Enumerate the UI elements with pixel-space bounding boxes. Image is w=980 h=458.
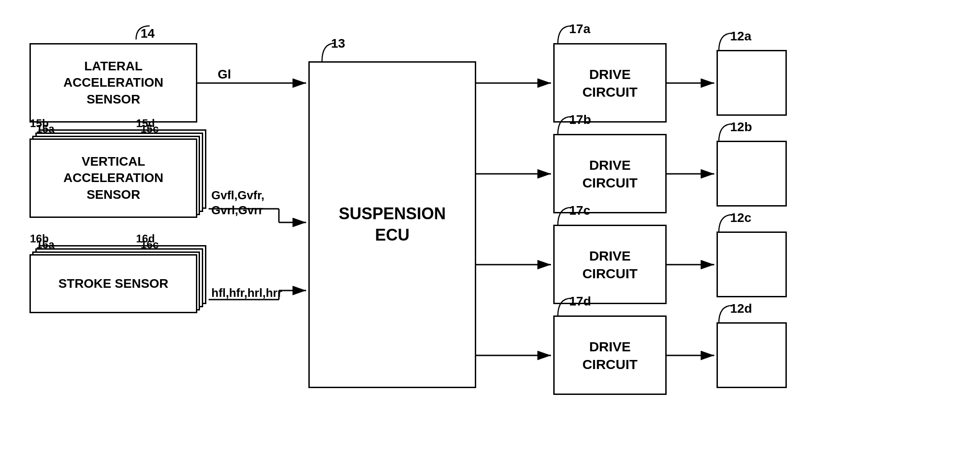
label-13: 13 [331,36,345,51]
drive-circuit-a-box: DRIVE CIRCUIT [553,43,667,123]
box-12a [717,50,787,116]
stroke-sensor-label: STROKE SENSOR [59,276,169,292]
label-17a: 17a [569,22,590,36]
label-12a: 12a [730,29,751,44]
suspension-ecu-box: SUSPENSION ECU [308,61,476,388]
suspension-ecu-label: SUSPENSION ECU [339,203,446,246]
signal-gvrl-label: Gvrl,Gvrr [211,203,263,217]
label-16a: 16a [36,238,54,251]
signal-gv-label: Gvfl,Gvfr, [211,188,264,202]
box-12b [717,141,787,207]
drive-circuit-d-box: DRIVE CIRCUIT [553,315,667,395]
vertical-sensor-label: VERTICAL ACCELERATION SENSOR [63,153,163,203]
drive-circuit-c-box: DRIVE CIRCUIT [553,225,667,304]
drive-circuit-b-box: DRIVE CIRCUIT [553,134,667,213]
diagram: 14 LATERAL ACCELERATION SENSOR Gl VERTIC… [0,0,980,458]
signal-gl-label: Gl [218,67,231,82]
label-12d: 12d [730,301,752,316]
stroke-sensor-box: STROKE SENSOR [29,254,197,313]
label-17b: 17b [569,113,591,127]
box-12c [717,231,787,297]
vertical-acceleration-sensor-box: VERTICAL ACCELERATION SENSOR [29,138,197,218]
lateral-sensor-label: LATERAL ACCELERATION SENSOR [63,58,163,108]
drive-circuit-a-label: DRIVE CIRCUIT [582,65,638,101]
bracket-14 [118,24,154,42]
label-16c: 16c [141,238,159,251]
label-12b: 12b [730,120,752,134]
drive-circuit-b-label: DRIVE CIRCUIT [582,156,638,192]
drive-circuit-c-label: DRIVE CIRCUIT [582,247,638,282]
drive-circuit-d-label: DRIVE CIRCUIT [582,338,638,373]
lateral-acceleration-sensor-box: LATERAL ACCELERATION SENSOR [29,43,197,123]
box-12d [717,322,787,388]
signal-stroke-label: hfl,hfr,hrl,hrr [211,286,282,300]
label-12c: 12c [730,211,751,225]
label-17d: 17d [569,294,591,309]
label-15a: 15a [36,123,54,135]
label-15c: 15c [141,123,159,135]
label-17c: 17c [569,203,590,218]
